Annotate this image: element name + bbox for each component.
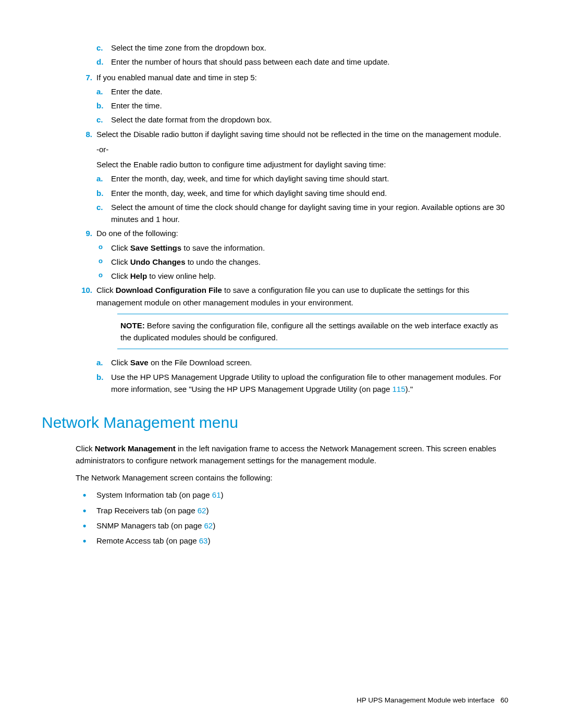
nm-para-1: Click Network Management in the left nav…: [76, 442, 508, 467]
sub-letter: a.: [96, 172, 103, 184]
tab-prefix: SNMP Managers tab (on page: [96, 521, 204, 530]
sub-item: d. Enter the number of hours that should…: [96, 56, 508, 68]
or-text: -or-: [96, 143, 508, 155]
page-link-62b[interactable]: 62: [204, 521, 213, 530]
tab-suffix: ): [221, 490, 223, 499]
sub-letter: c.: [96, 114, 103, 126]
nm-para-2: The Network Management screen contains t…: [76, 472, 508, 484]
sub-text: Select the date format from the dropdown…: [111, 115, 272, 124]
step-number: 10.: [76, 284, 92, 296]
tab-suffix: ): [213, 521, 215, 530]
step-text-2: Select the Enable radio button to config…: [96, 158, 508, 170]
step-text: If you enabled manual date and time in s…: [96, 73, 257, 82]
sub-letter: c.: [96, 201, 103, 213]
sub-text: Enter the month, day, week, and time for…: [111, 189, 387, 198]
sub-text: Select the time zone from the dropdown b…: [111, 43, 266, 52]
sub-letter: c.: [96, 42, 103, 54]
sub-item: b. Use the HP UPS Management Upgrade Uti…: [96, 371, 508, 396]
tab-prefix: Trap Receivers tab (on page: [96, 506, 198, 515]
opt-bold: Undo Changes: [130, 257, 186, 266]
sub-suffix: on the File Download screen.: [149, 358, 252, 367]
step-text: Do one of the following:: [96, 229, 178, 238]
opt-bold: Help: [130, 272, 148, 280]
step-7-sublist: a. Enter the date. b. Enter the time. c.…: [96, 85, 508, 126]
page-link-62[interactable]: 62: [198, 506, 206, 515]
tab-prefix: Remote Access tab (on page: [96, 536, 199, 545]
opt-suffix: to undo the changes.: [186, 257, 261, 266]
step-text: Select the Disable radio button if dayli…: [96, 130, 501, 139]
nm-prefix: Click: [76, 444, 95, 453]
nm-bold: Network Management: [95, 444, 176, 453]
step-10: 10. Click Download Configuration File to…: [76, 284, 508, 395]
nm-tab-list: System Information tab (on page 61) Trap…: [76, 489, 508, 547]
sub-item: b. Enter the month, day, week, and time …: [96, 187, 508, 199]
sub-item: a. Enter the date.: [96, 85, 508, 97]
sub-item: a. Enter the month, day, week, and time …: [96, 172, 508, 184]
sub-text: Enter the number of hours that should pa…: [111, 57, 390, 66]
tab-item: System Information tab (on page 61): [76, 489, 508, 501]
sub-item: a. Click Save on the File Download scree…: [96, 356, 508, 368]
step-8-sublist: a. Enter the month, day, week, and time …: [96, 172, 508, 225]
page-link-61[interactable]: 61: [212, 490, 221, 499]
tab-item: Trap Receivers tab (on page 62): [76, 504, 508, 516]
tab-suffix: ): [207, 536, 210, 545]
sub-item: c. Select the amount of time the clock s…: [96, 201, 508, 226]
footer-page-number: 60: [500, 696, 508, 704]
orphan-sublist: c. Select the time zone from the dropdow…: [96, 42, 508, 68]
note-text: Before saving the configuration file, co…: [120, 321, 498, 342]
step-7: 7. If you enabled manual date and time i…: [76, 71, 508, 126]
section-heading: Network Management menu: [42, 411, 508, 435]
page-link-115[interactable]: 115: [392, 385, 405, 393]
opt-bold: Save Settings: [130, 243, 181, 252]
page-link-63[interactable]: 63: [199, 536, 208, 545]
opt-suffix: to view online help.: [147, 272, 216, 280]
sub-letter: b.: [96, 371, 103, 383]
tab-item: SNMP Managers tab (on page 62): [76, 520, 508, 532]
opt-suffix: to save the information.: [181, 243, 265, 252]
sub-text: Enter the time.: [111, 101, 162, 110]
step-8: 8. Select the Disable radio button if da…: [76, 128, 508, 226]
footer-title: HP UPS Management Module web interface: [357, 696, 495, 704]
sub-item: b. Enter the time.: [96, 100, 508, 112]
step-bold: Download Configuration File: [116, 286, 222, 294]
sub-prefix: Click: [111, 358, 130, 367]
option-item: Click Undo Changes to undo the changes.: [96, 256, 508, 268]
sub-text: Enter the date.: [111, 87, 162, 96]
sub-bold: Save: [130, 358, 149, 367]
sub-item: c. Select the time zone from the dropdow…: [96, 42, 508, 54]
sub-letter: a.: [96, 85, 103, 97]
sub-letter: b.: [96, 187, 103, 199]
opt-prefix: Click: [111, 243, 130, 252]
sub-text: Select the amount of time the clock shou…: [111, 203, 505, 224]
sub-letter: b.: [96, 100, 103, 112]
document-page: c. Select the time zone from the dropdow…: [0, 0, 563, 728]
step-number: 8.: [76, 128, 92, 140]
page-footer: HP UPS Management Module web interface 6…: [357, 695, 508, 706]
tab-item: Remote Access tab (on page 63): [76, 535, 508, 547]
option-item: Click Save Settings to save the informat…: [96, 242, 508, 254]
sub-text: Enter the month, day, week, and time for…: [111, 174, 389, 183]
sub-item: c. Select the date format from the dropd…: [96, 114, 508, 126]
tab-suffix: ): [206, 506, 209, 515]
sub-text-after: ).": [406, 385, 413, 393]
option-item: Click Help to view online help.: [96, 270, 508, 282]
note-label: NOTE:: [120, 321, 145, 330]
note-box: NOTE: Before saving the configuration fi…: [117, 314, 508, 350]
step-9-options: Click Save Settings to save the informat…: [96, 242, 508, 282]
tab-prefix: System Information tab (on page: [96, 490, 212, 499]
page-body: c. Select the time zone from the dropdow…: [42, 42, 508, 547]
step-number: 9.: [76, 227, 92, 239]
step-number: 7.: [76, 71, 92, 83]
opt-prefix: Click: [111, 257, 130, 266]
main-ordered-list: 7. If you enabled manual date and time i…: [76, 71, 508, 396]
opt-prefix: Click: [111, 272, 130, 280]
step-9: 9. Do one of the following: Click Save S…: [76, 227, 508, 282]
sub-text-before: Use the HP UPS Management Upgrade Utilit…: [111, 373, 501, 393]
sub-letter: d.: [96, 56, 103, 68]
step-prefix: Click: [96, 286, 116, 294]
sub-letter: a.: [96, 356, 103, 368]
step-10-sublist: a. Click Save on the File Download scree…: [96, 356, 508, 395]
